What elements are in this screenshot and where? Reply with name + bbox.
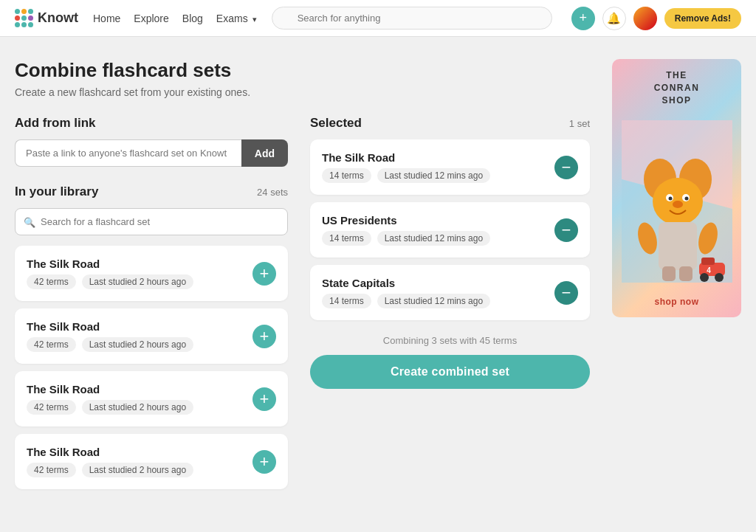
library-card-name: The Silk Road <box>27 446 193 458</box>
ad-title: THE CONRAN SHOP <box>654 69 700 106</box>
remove-ads-button[interactable]: Remove Ads! <box>664 8 741 29</box>
library-set-count: 24 sets <box>257 187 288 198</box>
sidebar-ad: THE CONRAN SHOP <box>612 59 741 497</box>
logo-text: Knowt <box>38 10 78 26</box>
link-input-row: Add <box>15 139 288 167</box>
logo[interactable]: Knowt <box>15 9 78 27</box>
add-to-selected-button[interactable]: + <box>252 450 276 474</box>
last-studied-tag: Last studied 2 hours ago <box>82 400 193 415</box>
terms-tag: 14 terms <box>322 168 371 183</box>
ad-illustration: 4 <box>622 120 732 283</box>
last-studied-tag: Last studied 12 mins ago <box>377 294 490 308</box>
library-search-input[interactable] <box>15 208 288 235</box>
list-item: The Silk Road 42 terms Last studied 2 ho… <box>15 246 288 301</box>
selected-section-header: Selected 1 set <box>310 116 590 131</box>
nav-links: Home Explore Blog Exams <box>93 13 257 24</box>
nav-explore[interactable]: Explore <box>134 13 168 24</box>
card-tags: 42 terms Last studied 2 hours ago <box>27 337 193 352</box>
last-studied-tag: Last studied 12 mins ago <box>377 231 490 246</box>
svg-rect-11 <box>662 266 676 281</box>
library-section: In your library 24 sets 🔍 The Silk Road … <box>15 184 288 489</box>
nav-home[interactable]: Home <box>93 13 120 24</box>
remove-from-selected-button[interactable]: − <box>554 156 578 179</box>
library-title: In your library <box>15 184 98 199</box>
list-item: State Capitals 14 terms Last studied 12 … <box>310 265 590 320</box>
nav-blog[interactable]: Blog <box>182 13 203 24</box>
card-tags: 42 terms Last studied 2 hours ago <box>27 400 193 415</box>
selected-card-name: US Presidents <box>322 214 490 227</box>
last-studied-tag: Last studied 2 hours ago <box>82 463 193 477</box>
nav-search-container: 🔍 <box>272 7 552 30</box>
two-col-layout: Add from link Add In your library 24 set… <box>15 116 590 497</box>
ad-shop-now[interactable]: shop now <box>655 297 699 307</box>
search-input[interactable] <box>272 7 552 30</box>
svg-point-8 <box>684 197 688 201</box>
terms-tag: 14 terms <box>322 231 371 246</box>
svg-rect-10 <box>659 222 697 270</box>
list-item: US Presidents 14 terms Last studied 12 m… <box>310 202 590 258</box>
main-content: Combine flashcard sets Create a new flas… <box>15 59 590 497</box>
add-link-button[interactable]: Add <box>241 139 288 167</box>
chevron-down-icon <box>251 13 257 24</box>
terms-tag: 42 terms <box>27 274 76 289</box>
terms-tag: 42 terms <box>27 463 76 477</box>
add-from-link-section: Add from link Add <box>15 116 288 167</box>
terms-tag: 14 terms <box>322 294 371 308</box>
notification-bell-button[interactable]: 🔔 <box>602 7 626 30</box>
svg-rect-12 <box>679 266 693 281</box>
card-tags: 14 terms Last studied 12 mins ago <box>322 294 490 308</box>
last-studied-tag: Last studied 2 hours ago <box>82 337 193 352</box>
avatar[interactable] <box>633 7 657 30</box>
nav-exams-label: Exams <box>216 13 248 24</box>
svg-point-7 <box>668 197 672 201</box>
selected-set-count: 1 set <box>569 118 590 129</box>
navbar: Knowt Home Explore Blog Exams 🔍 + 🔔 Remo… <box>0 0 756 37</box>
right-column: Selected 1 set The Silk Road 14 terms La… <box>310 116 590 497</box>
selected-title: Selected <box>310 116 362 131</box>
page-title: Combine flashcard sets <box>15 59 590 82</box>
ad-box: THE CONRAN SHOP <box>612 59 741 317</box>
link-input[interactable] <box>15 139 241 167</box>
library-search-wrap: 🔍 <box>15 208 288 235</box>
terms-tag: 42 terms <box>27 400 76 415</box>
left-column: Add from link Add In your library 24 set… <box>15 116 288 497</box>
create-combined-set-button[interactable]: Create combined set <box>310 355 590 389</box>
nav-right-actions: + 🔔 Remove Ads! <box>571 7 741 30</box>
list-item: The Silk Road 42 terms Last studied 2 ho… <box>15 371 288 426</box>
card-tags: 42 terms Last studied 2 hours ago <box>27 463 193 477</box>
svg-rect-18 <box>701 258 715 265</box>
combine-footer: Combining 3 sets with 45 terms Create co… <box>310 335 590 389</box>
combine-info-text: Combining 3 sets with 45 terms <box>310 335 590 346</box>
last-studied-tag: Last studied 2 hours ago <box>82 274 193 289</box>
nav-exams-dropdown[interactable]: Exams <box>216 13 257 24</box>
list-item: The Silk Road 42 terms Last studied 2 ho… <box>15 308 288 364</box>
last-studied-tag: Last studied 12 mins ago <box>377 168 490 183</box>
card-tags: 42 terms Last studied 2 hours ago <box>27 274 193 289</box>
library-card-name: The Silk Road <box>27 258 193 270</box>
card-tags: 14 terms Last studied 12 mins ago <box>322 231 490 246</box>
selected-card-name: State Capitals <box>322 277 490 289</box>
remove-from-selected-button[interactable]: − <box>554 281 578 305</box>
terms-tag: 42 terms <box>27 337 76 352</box>
add-to-selected-button[interactable]: + <box>252 325 276 348</box>
remove-from-selected-button[interactable]: − <box>554 218 578 242</box>
logo-icon <box>15 9 33 27</box>
page-subtitle: Create a new flashcard set from your exi… <box>15 86 590 98</box>
page-layout: Combine flashcard sets Create a new flas… <box>0 37 756 519</box>
selected-card-name: The Silk Road <box>322 151 490 164</box>
svg-point-9 <box>673 201 683 208</box>
svg-point-17 <box>715 273 724 282</box>
library-card-name: The Silk Road <box>27 320 193 333</box>
list-item: The Silk Road 42 terms Last studied 2 ho… <box>15 434 288 489</box>
add-to-selected-button[interactable]: + <box>252 262 276 286</box>
card-tags: 14 terms Last studied 12 mins ago <box>322 168 490 183</box>
svg-text:4: 4 <box>707 266 711 274</box>
add-to-selected-button[interactable]: + <box>252 387 276 411</box>
library-search-icon: 🔍 <box>24 216 35 227</box>
library-section-header: In your library 24 sets <box>15 184 288 199</box>
add-from-link-title: Add from link <box>15 116 288 131</box>
library-card-name: The Silk Road <box>27 383 193 395</box>
add-button[interactable]: + <box>571 7 595 30</box>
list-item: The Silk Road 14 terms Last studied 12 m… <box>310 139 590 195</box>
